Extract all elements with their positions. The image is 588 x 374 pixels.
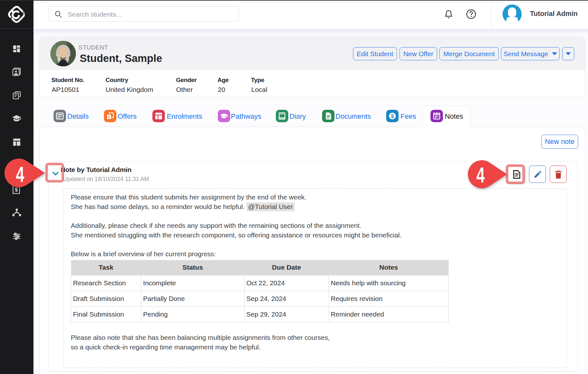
svg-text:$: $ — [391, 113, 394, 119]
svg-text:$: $ — [15, 187, 18, 192]
